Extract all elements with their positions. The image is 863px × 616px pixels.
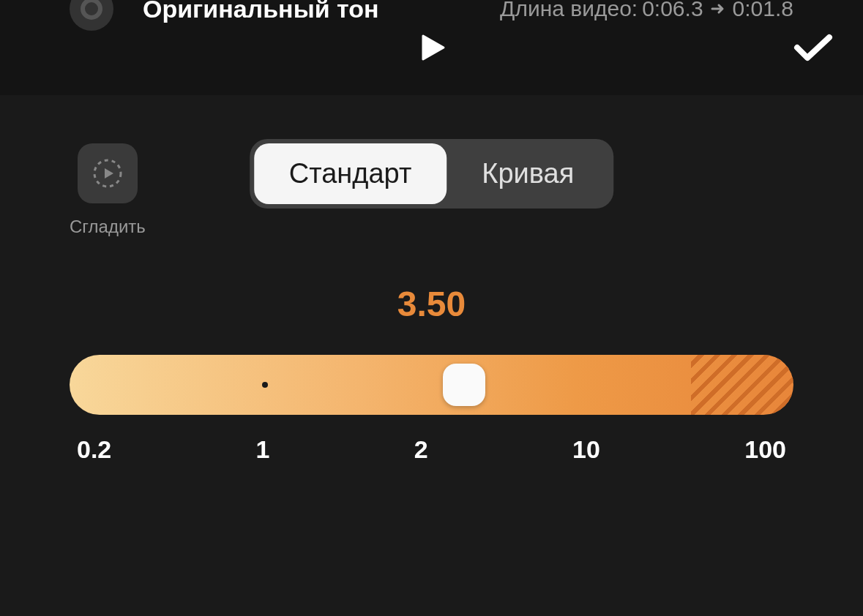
smooth-group: Сгладить [70,143,146,237]
video-duration-info: Длина видео: 0:06.3 0:01.8 [500,0,793,21]
radio-circle-icon [81,0,102,20]
tick-label: 2 [414,435,428,464]
speed-value: 3.50 [397,284,466,324]
slider-default-marker [262,382,268,388]
tab-segment: Стандарт Кривая [250,139,614,209]
smooth-label: Сгладить [70,217,146,237]
duration-prefix: Длина видео: [500,0,638,21]
tick-label: 100 [744,435,786,464]
tab-curve[interactable]: Кривая [447,143,609,204]
slider-hatch-zone [691,355,793,415]
slider-thumb[interactable] [443,364,485,406]
checkmark-icon [793,33,834,62]
duration-to: 0:01.8 [733,0,793,21]
play-button[interactable] [414,29,450,66]
duration-from: 0:06.3 [642,0,703,21]
tab-standard[interactable]: Стандарт [254,143,447,204]
speed-slider[interactable]: 0.2 1 2 10 100 [70,355,793,464]
slider-tick-labels: 0.2 1 2 10 100 [70,435,793,464]
original-tone-toggle[interactable] [70,0,113,31]
smooth-button[interactable] [78,143,138,203]
original-tone-label: Оригинальный тон [143,0,379,23]
play-icon [416,31,448,64]
tick-label: 1 [256,435,270,464]
arrow-right-icon [711,0,725,21]
original-tone-group: Оригинальный тон [70,0,379,31]
bottom-row: Оригинальный тон Длина видео: 0:06.3 0:0… [70,0,793,31]
tick-label: 0.2 [77,435,111,464]
confirm-button[interactable] [793,33,834,62]
slider-track [70,355,793,415]
tick-label: 10 [572,435,600,464]
smooth-play-icon [91,157,124,189]
